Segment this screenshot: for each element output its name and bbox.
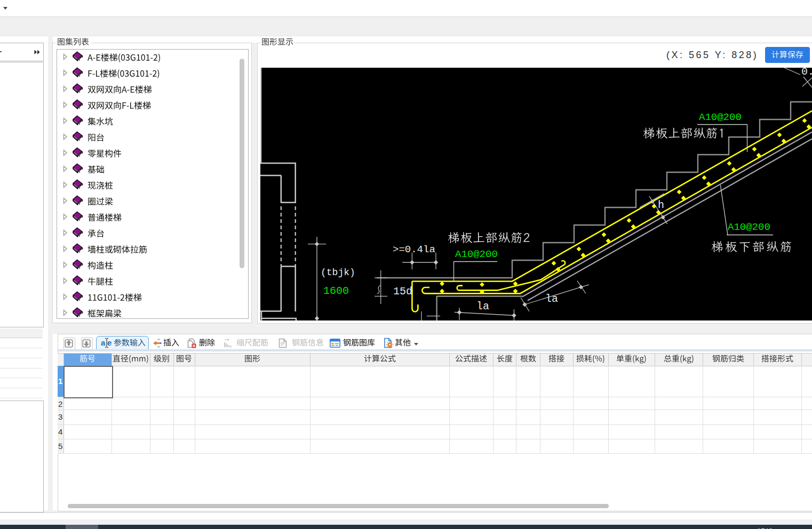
- svg-text:>=0.4la: >=0.4la: [393, 244, 435, 255]
- svg-text:A10@200: A10@200: [699, 111, 742, 123]
- svg-text:A10@200: A10@200: [455, 249, 498, 260]
- svg-text:la: la: [476, 300, 489, 312]
- svg-text:A10@200: A10@200: [728, 221, 770, 233]
- svg-text:h: h: [658, 199, 664, 211]
- svg-text:la: la: [545, 293, 558, 305]
- svg-text:0.: 0.: [801, 68, 812, 78]
- svg-text:15d: 15d: [393, 285, 412, 298]
- svg-text:1600: 1600: [323, 285, 349, 297]
- svg-text:(tbjk): (tbjk): [321, 267, 355, 278]
